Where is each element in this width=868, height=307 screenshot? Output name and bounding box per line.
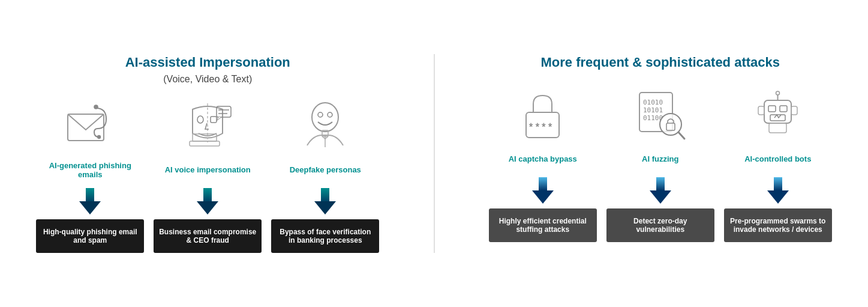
right-items-row: * * * * AI captcha bypass Highly efficie… xyxy=(465,88,857,242)
right-section: More frequent & sophisticated attacks * … xyxy=(465,54,857,253)
phishing-result: High-quality phishing email and spam xyxy=(36,219,144,253)
svg-point-12 xyxy=(318,112,323,117)
item-fuzzing: 01010 10101 01100 AI fuzzing xyxy=(606,88,714,242)
deepfake-result: Bypass of face verification in banking p… xyxy=(271,219,379,253)
icon-voice xyxy=(178,99,238,153)
left-section-subtitle: (Voice, Video & Text) xyxy=(163,74,252,85)
svg-point-13 xyxy=(328,112,332,117)
voice-result: Business email compromise & CEO fraud xyxy=(154,219,262,253)
svg-point-2 xyxy=(94,105,98,109)
item-deepfake: Deepfake personas Bypass of face verific… xyxy=(271,99,379,253)
bots-arrow xyxy=(767,177,789,204)
main-container: AI-assisted Impersonation (Voice, Video … xyxy=(12,54,856,253)
left-items-row: AI-generated phishing emails High-qualit… xyxy=(12,99,404,253)
section-divider xyxy=(434,54,435,253)
right-section-title: More frequent & sophisticated attacks xyxy=(540,54,780,71)
captcha-result: Highly efficient credential stuffing att… xyxy=(489,208,597,242)
svg-rect-29 xyxy=(780,106,787,112)
captcha-label: AI captcha bypass xyxy=(509,148,577,170)
captcha-arrow xyxy=(532,177,554,204)
svg-text:* * * *: * * * * xyxy=(529,122,552,132)
bots-result: Pre-programmed swarms to invade networks… xyxy=(724,208,832,242)
left-section-title: AI-assisted Impersonation xyxy=(125,54,290,71)
phishing-arrow xyxy=(79,188,101,214)
svg-point-11 xyxy=(312,103,338,132)
svg-line-23 xyxy=(678,132,684,139)
fuzzing-result: Detect zero-day vulnerabilities xyxy=(606,208,714,242)
item-captcha: * * * * AI captcha bypass Highly efficie… xyxy=(489,88,597,242)
deepfake-label: Deepfake personas xyxy=(290,159,361,181)
svg-rect-25 xyxy=(764,100,791,123)
item-bots: AI-controlled bots Pre-programmed swarms… xyxy=(724,88,832,242)
svg-text:10101: 10101 xyxy=(643,106,663,114)
item-phishing: AI-generated phishing emails High-qualit… xyxy=(36,99,144,253)
voice-label: AI voice impersonation xyxy=(165,159,251,181)
phishing-label: AI-generated phishing emails xyxy=(36,159,144,181)
svg-point-1 xyxy=(98,135,101,138)
svg-point-4 xyxy=(197,116,203,123)
icon-captcha: * * * * xyxy=(513,88,573,142)
svg-rect-32 xyxy=(791,106,797,115)
icon-bots xyxy=(748,88,808,142)
icon-phishing xyxy=(60,99,120,153)
svg-rect-33 xyxy=(769,123,786,133)
deepfake-arrow xyxy=(314,188,336,214)
fuzzing-arrow xyxy=(650,177,671,204)
voice-arrow xyxy=(197,188,218,214)
svg-text:01010: 01010 xyxy=(643,99,663,106)
svg-rect-28 xyxy=(768,106,776,112)
item-voice: AI voice impersonation Business email co… xyxy=(154,99,262,253)
bots-label: AI-controlled bots xyxy=(744,148,811,170)
icon-fuzzing: 01010 10101 01100 xyxy=(630,88,690,142)
svg-rect-31 xyxy=(758,106,764,115)
svg-rect-5 xyxy=(211,117,217,123)
left-section: AI-assisted Impersonation (Voice, Video … xyxy=(12,54,404,253)
fuzzing-label: AI fuzzing xyxy=(642,148,678,170)
svg-rect-9 xyxy=(190,141,220,146)
icon-deepfake xyxy=(295,99,355,153)
